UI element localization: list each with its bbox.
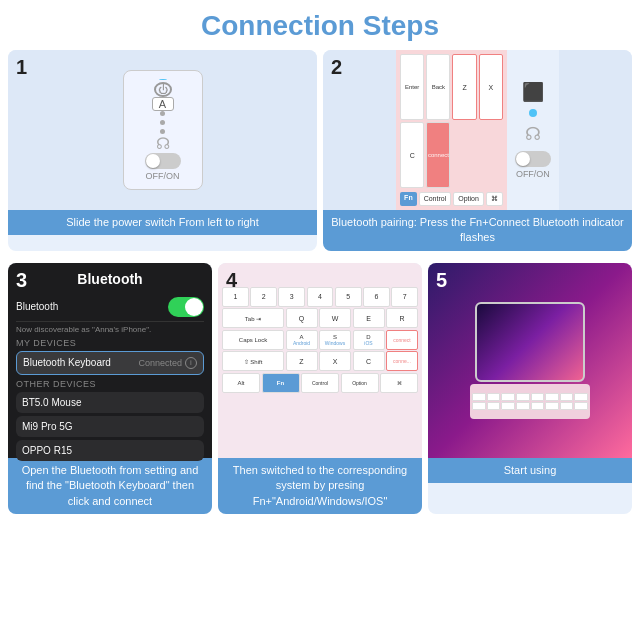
step2-key-area: Enter Back Z X C connect Fn Control Opti… xyxy=(396,50,507,210)
step3-info-icon[interactable]: i xyxy=(185,357,197,369)
step4-key-3: 3 xyxy=(278,287,305,307)
step4-row-nums: 1 2 3 4 5 6 7 xyxy=(222,287,418,307)
step4-label: Then switched to the corresponding syste… xyxy=(218,458,422,514)
step5-card: 5 xyxy=(428,263,632,514)
kbd-key-c: C xyxy=(400,122,424,188)
step1-card: 1 ⏻ A ☊ OFF/ON Slide th xyxy=(8,50,317,251)
page-title: Connection Steps xyxy=(0,0,640,50)
step4-row-bottom: Alt Fn Control Option ⌘ xyxy=(222,373,418,393)
step2-blue-dot-wrapper xyxy=(529,109,537,117)
kbd-option: Option xyxy=(453,192,484,206)
step4-r: R xyxy=(386,308,418,328)
step2-usb-icon: ⬛ xyxy=(522,81,544,103)
kbd-key-x: X xyxy=(479,54,503,120)
step4-key-7: 7 xyxy=(391,287,418,307)
step5-number: 5 xyxy=(436,269,447,292)
step3-bt-keyboard-row[interactable]: Bluetooth Keyboard Connected i xyxy=(16,351,204,375)
step4-row-qwer: Tab ⇥ Q W E R xyxy=(222,308,418,328)
kbd-key-connect: connect xyxy=(426,122,450,188)
step4-row-asdf: Caps Lock A Android S Windows D iOS conn… xyxy=(222,330,418,350)
step3-image: 3 Bluetooth Bluetooth Now discoverable a… xyxy=(8,263,212,458)
step4-mini-kbd: 1 2 3 4 5 6 7 Tab ⇥ Q W E R xyxy=(222,287,418,395)
step2-keyboard-top: Enter Back Z X C connect Fn Control Opti… xyxy=(396,50,559,210)
step4-w: W xyxy=(319,308,351,328)
step2-blue-dot xyxy=(529,109,537,117)
step4-capslock: Caps Lock xyxy=(222,330,284,350)
step5-screen xyxy=(477,304,583,380)
step2-label: Bluetooth pairing: Press the Fn+Connect … xyxy=(323,210,632,251)
step4-image: 4 1 2 3 4 5 6 7 Tab ⇥ Q W E xyxy=(218,263,422,458)
blue-indicator-dot xyxy=(159,79,167,80)
step4-alt: Alt xyxy=(222,373,260,393)
kbd-command: ⌘ xyxy=(486,192,503,206)
step4-connect2: conne... xyxy=(386,351,418,371)
step4-number: 4 xyxy=(226,269,237,292)
step4-option: Option xyxy=(341,373,379,393)
switch-wrapper: OFF/ON xyxy=(145,153,181,181)
step3-connected-badge: Connected i xyxy=(138,357,197,369)
step1-image: 1 ⏻ A ☊ OFF/ON xyxy=(8,50,317,210)
step3-other-devices-title: OTHER DEVICES xyxy=(16,379,204,389)
step2-offon: OFF/ON xyxy=(515,169,551,179)
step4-d: D iOS xyxy=(353,330,385,350)
step4-key-6: 6 xyxy=(363,287,390,307)
step5-image: 5 xyxy=(428,263,632,458)
kbd-key-z: Z xyxy=(452,54,476,120)
step4-shift: ⇧ Shift xyxy=(222,351,284,371)
step4-key-2: 2 xyxy=(250,287,277,307)
step2-switch-wrapper: OFF/ON xyxy=(515,151,551,179)
step3-label: Open the Bluetooth from setting and find… xyxy=(8,458,212,514)
step3-toggle[interactable] xyxy=(168,297,204,317)
offon-label: OFF/ON xyxy=(145,171,181,181)
step2-bt-symbol: ☊ xyxy=(525,123,541,145)
step5-keyboard xyxy=(470,384,590,419)
step4-a: A Android xyxy=(286,330,318,350)
step1-label: Slide the power switch From left to righ… xyxy=(8,210,317,235)
step3-number: 3 xyxy=(16,269,27,292)
step1-keyboard: ⏻ A ☊ OFF/ON xyxy=(123,70,203,190)
step4-x: X xyxy=(319,351,351,371)
step4-key-5: 5 xyxy=(335,287,362,307)
step3-bluetooth-label: Bluetooth xyxy=(16,301,58,312)
step3-discoverable: Now discoverable as "Anna's iPhone". xyxy=(16,325,204,334)
step4-card: 4 1 2 3 4 5 6 7 Tab ⇥ Q W E xyxy=(218,263,422,514)
step3-other3[interactable]: OPPO R15 xyxy=(16,440,204,461)
step5-tablet xyxy=(475,302,585,382)
step4-s: S Windows xyxy=(319,330,351,350)
step4-ctrl: Control xyxy=(301,373,339,393)
step4-key-4: 4 xyxy=(307,287,334,307)
step4-fn: Fn xyxy=(262,373,300,393)
power-icon: ⏻ xyxy=(154,82,172,97)
kbd-control: Control xyxy=(419,192,452,206)
step5-device xyxy=(470,302,590,419)
step4-connect: connect xyxy=(386,330,418,350)
step3-my-devices-title: MY DEVICES xyxy=(16,338,204,348)
step4-c2: C xyxy=(353,351,385,371)
bluetooth-icon: ☊ xyxy=(156,134,170,153)
step1-number: 1 xyxy=(16,56,27,79)
step4-e: E xyxy=(353,308,385,328)
step3-card: 3 Bluetooth Bluetooth Now discoverable a… xyxy=(8,263,212,514)
step2-image: 2 Enter Back Z X C connect Fn Control xyxy=(323,50,632,210)
step4-tab: Tab ⇥ xyxy=(222,308,284,328)
step5-label: Start using xyxy=(428,458,632,483)
step5-mini-keys xyxy=(470,391,590,412)
step4-row-zxc: ⇧ Shift Z X C conne... xyxy=(222,351,418,371)
step3-other1[interactable]: BT5.0 Mouse xyxy=(16,392,204,413)
kbd-key-backspace: Back xyxy=(426,54,450,120)
step3-bt-title: Bluetooth xyxy=(16,271,204,287)
step4-q: Q xyxy=(286,308,318,328)
step3-bt-row: Bluetooth xyxy=(16,293,204,322)
step2-number: 2 xyxy=(331,56,342,79)
step3-other2[interactable]: Mi9 Pro 5G xyxy=(16,416,204,437)
step4-z: Z xyxy=(286,351,318,371)
step2-device-right: ⬛ ☊ OFF/ON xyxy=(507,50,559,210)
step3-device-name: Bluetooth Keyboard xyxy=(23,357,111,368)
key-a: A xyxy=(152,97,174,111)
step2-card: 2 Enter Back Z X C connect Fn Control xyxy=(323,50,632,251)
step4-command: ⌘ xyxy=(380,373,418,393)
kbd-fn: Fn xyxy=(400,192,417,206)
dots-decoration xyxy=(160,111,165,134)
kbd-key-enter: Enter xyxy=(400,54,424,120)
